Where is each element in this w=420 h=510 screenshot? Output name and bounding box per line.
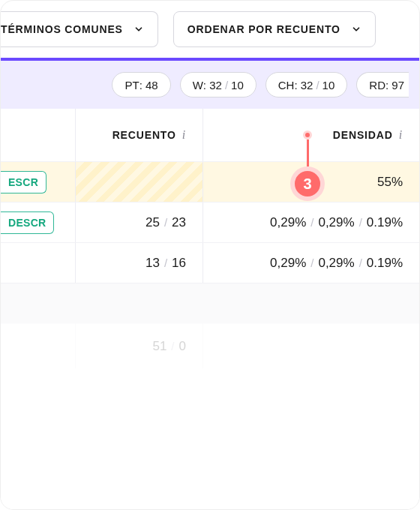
slash-icon: / xyxy=(306,256,318,269)
cell-count xyxy=(76,162,203,202)
bottom-fade xyxy=(1,359,419,509)
filter-bar: TÉRMINOS COMUNES ORDENAR POR RECUENTO xyxy=(1,1,419,58)
chip-rd[interactable]: RD: 97 xyxy=(356,72,409,98)
filter-terms-label: TÉRMINOS COMUNES xyxy=(1,23,123,35)
col-recuento[interactable]: RECUENTO i xyxy=(76,109,203,161)
slash-icon: / xyxy=(166,340,178,352)
cell-badge: ESCR xyxy=(1,162,76,202)
chevron-down-icon xyxy=(134,24,144,34)
chevron-down-icon xyxy=(351,24,362,34)
count-b: 16 xyxy=(172,256,186,271)
cell-count: 13/16 xyxy=(76,243,203,283)
chip-w-a: 32 xyxy=(209,79,222,92)
cell-density: 0,29%/0,29%/0.19% xyxy=(203,243,419,283)
density-a: 0,29% xyxy=(270,215,306,230)
chip-ch-a: 32 xyxy=(301,79,314,92)
slash-icon: / xyxy=(160,216,172,229)
chip-ch[interactable]: CH: 32/10 xyxy=(266,72,348,98)
table-row: DESCR 25/23 0,29%/0,29%/0.19% xyxy=(1,202,419,242)
spacer-row xyxy=(1,283,419,323)
slash-icon: / xyxy=(355,256,367,269)
table-header: RECUENTO i DENSIDAD i xyxy=(1,109,419,161)
count-a: 25 xyxy=(146,215,160,230)
stats-chips-row: PT: 48 W: 32/10 CH: 32/10 RD: 97 xyxy=(1,61,419,109)
descr-badge[interactable]: ESCR xyxy=(1,171,46,194)
col-densidad-label: DENSIDAD xyxy=(333,129,393,141)
chip-ch-label: CH xyxy=(278,79,295,92)
info-icon[interactable]: i xyxy=(182,128,186,142)
slash-icon: / xyxy=(313,79,322,92)
cell-count: 51/0 xyxy=(76,324,203,368)
slash-icon: / xyxy=(306,216,318,229)
count-a: 13 xyxy=(146,256,160,271)
chip-w[interactable]: W: 32/10 xyxy=(180,72,256,98)
descr-badge[interactable]: DESCR xyxy=(1,212,54,234)
results-table: RECUENTO i DENSIDAD i ESCR 55% DESCR xyxy=(1,109,419,368)
chip-w-b: 10 xyxy=(231,79,244,92)
cell-density: 0,29%/0,29%/0.19% xyxy=(203,202,419,242)
density-c: 0.19% xyxy=(367,215,403,230)
cell-density xyxy=(203,324,419,368)
density-c: 0.19% xyxy=(367,256,403,271)
density-b: 0,29% xyxy=(318,256,354,271)
chip-ch-b: 10 xyxy=(322,79,335,92)
density-a: 0,29% xyxy=(270,256,306,271)
density-b: 0,29% xyxy=(318,215,354,230)
count-b: 23 xyxy=(172,215,186,230)
cell-count: 25/23 xyxy=(76,202,203,242)
info-icon[interactable]: i xyxy=(399,128,403,142)
slash-icon: / xyxy=(160,256,172,269)
chip-rd-label: RD xyxy=(369,79,386,92)
filter-terms-dropdown[interactable]: TÉRMINOS COMUNES xyxy=(1,11,158,47)
table-row: 13/16 0,29%/0,29%/0.19% xyxy=(1,242,419,283)
cell-density: 55% xyxy=(203,162,419,202)
count-a: 51 xyxy=(152,339,166,354)
count-b: 0 xyxy=(179,339,186,354)
faded-row: 51/0 xyxy=(1,323,419,368)
table-row: ESCR 55% xyxy=(1,161,419,202)
slash-icon: / xyxy=(222,79,231,92)
chip-rd-value: 97 xyxy=(392,79,404,92)
cell-badge: DESCR xyxy=(1,202,76,242)
col-recuento-label: RECUENTO xyxy=(112,129,176,141)
chip-pt-value: 48 xyxy=(146,79,158,92)
cell-badge xyxy=(1,243,76,283)
cell-badge xyxy=(1,324,76,368)
chip-pt-label: PT xyxy=(124,79,139,92)
density-value: 55% xyxy=(377,175,403,190)
slash-icon: / xyxy=(355,216,367,229)
chip-w-label: W xyxy=(193,79,203,92)
chip-pt[interactable]: PT: 48 xyxy=(112,72,170,98)
sort-dropdown[interactable]: ORDENAR POR RECUENTO xyxy=(173,11,376,47)
sort-label: ORDENAR POR RECUENTO xyxy=(188,23,340,35)
col-empty xyxy=(1,109,76,161)
col-densidad[interactable]: DENSIDAD i xyxy=(203,109,419,161)
